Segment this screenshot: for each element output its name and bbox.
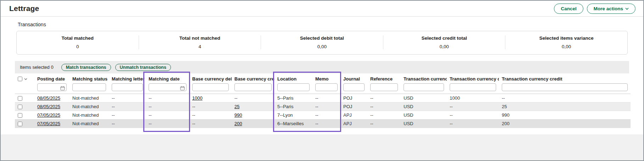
cell-location: 5--Paris (274, 102, 312, 111)
cell-reference: -- (367, 111, 401, 120)
base-debit-link[interactable]: 1000 (192, 95, 202, 101)
filter-base-debit-input[interactable] (192, 83, 229, 91)
col-header-matching-date[interactable]: Matching date (146, 73, 189, 82)
row-select-cell (15, 102, 34, 111)
summary-value: 0 (17, 44, 139, 49)
cell-journal: POJ (340, 102, 367, 111)
cell-memo: -- (312, 120, 340, 128)
filter-journal-input[interactable] (343, 83, 365, 91)
cell-matching-status: Not-matched (70, 111, 109, 120)
cell-matching-letter: -- (109, 94, 146, 102)
summary-selected-items-variance: Selected items variance 0,00 (505, 35, 627, 49)
filter-transaction-debit-input[interactable] (450, 83, 496, 91)
filter-transaction-debit-cell (447, 82, 499, 94)
cell-journal: APJ (340, 120, 367, 128)
select-all-checkbox[interactable] (18, 77, 22, 81)
col-header-reference[interactable]: Reference (367, 73, 401, 82)
row-checkbox[interactable] (18, 105, 22, 109)
col-header-base-currency-credit[interactable]: Base currency credit (232, 73, 274, 82)
cell-transaction-debit: -- (447, 102, 499, 111)
table-header-row: Posting date Matching status Matching le… (15, 73, 631, 82)
filter-matching-status-input[interactable] (72, 83, 106, 91)
cell-posting-date: 08/05/2025 (34, 94, 70, 102)
cell-transaction-currency: USD (401, 111, 447, 120)
posting-date-link[interactable]: 08/05/2025 (37, 95, 60, 101)
cancel-button[interactable]: Cancel (554, 4, 583, 14)
cancel-button-label: Cancel (561, 6, 576, 11)
match-transactions-button[interactable]: Match transactions (61, 64, 111, 71)
col-header-matching-letter[interactable]: Matching letter (109, 73, 146, 82)
summary-selected-debit-total: Selected debit total 0,00 (261, 35, 383, 49)
col-header-journal[interactable]: Journal (340, 73, 367, 82)
col-header-base-currency-debit[interactable]: Base currency debit (189, 73, 232, 82)
col-header-posting-date[interactable]: Posting date (34, 73, 70, 82)
summary-value: 4 (139, 44, 261, 49)
base-credit-link[interactable]: 25 (234, 104, 239, 109)
filter-base-credit-input[interactable] (234, 83, 272, 91)
base-credit-link[interactable]: 200 (234, 121, 242, 126)
row-checkbox[interactable] (18, 96, 22, 101)
unmatch-transactions-button[interactable]: Unmatch transactions (115, 64, 171, 71)
filter-transaction-credit-cell (499, 82, 631, 94)
calendar-icon[interactable] (60, 86, 65, 90)
col-header-memo[interactable]: Memo (312, 73, 340, 82)
cell-base-debit: -- (189, 102, 232, 111)
summary-value: 0,00 (383, 44, 505, 49)
filter-location-input[interactable] (277, 83, 310, 91)
summary-label: Selected items variance (505, 35, 627, 41)
cell-transaction-debit: -- (447, 120, 499, 128)
cell-memo: -- (312, 102, 340, 111)
col-header-transaction-currency-debit[interactable]: Transaction currency debit (447, 73, 499, 82)
posting-date-link[interactable]: 07/05/2025 (37, 112, 60, 118)
posting-date-link[interactable]: 07/05/2025 (37, 121, 60, 126)
filter-matching-letter-input[interactable] (112, 83, 143, 91)
cell-matching-date: -- (146, 120, 189, 128)
col-header-transaction-currency[interactable]: Transaction currency (401, 73, 447, 82)
base-credit-link[interactable]: 990 (234, 112, 242, 118)
cell-posting-date: 07/05/2025 (34, 120, 70, 128)
cell-base-debit: -- (189, 120, 232, 128)
filter-reference-input[interactable] (370, 83, 398, 91)
table-row[interactable]: 08/05/2025 Not-matched -- -- 1000 -- 5--… (15, 94, 631, 102)
summary-value: 0,00 (505, 44, 627, 49)
filter-empty-cell (15, 82, 34, 94)
row-checkbox[interactable] (18, 113, 22, 118)
posting-date-link[interactable]: 08/05/2025 (37, 104, 60, 109)
cell-location: 5--Paris (274, 94, 312, 102)
table-row[interactable]: 07/05/2025 Not-matched -- -- -- 990 7--L… (15, 111, 631, 120)
summary-bar: Total matched 0 Total not matched 4 Sele… (16, 31, 628, 55)
cell-posting-date: 08/05/2025 (34, 102, 70, 111)
summary-total-matched: Total matched 0 (17, 35, 139, 49)
col-header-location[interactable]: Location (274, 73, 312, 82)
cell-transaction-currency: USD (401, 102, 447, 111)
items-selected-count: Items selected 0 (20, 65, 54, 70)
filter-matching-letter-cell (109, 82, 146, 94)
page-title: Lettrage (9, 4, 39, 13)
more-actions-button[interactable]: More actions (587, 4, 635, 14)
row-checkbox[interactable] (18, 122, 22, 126)
summary-selected-credit-total: Selected credit total 0,00 (383, 35, 505, 49)
filter-transaction-currency-input[interactable] (404, 83, 444, 91)
filter-base-credit-cell (232, 82, 274, 94)
selection-menu-chevron-icon[interactable] (24, 78, 27, 80)
cell-location: 6--Marseilles (274, 120, 312, 128)
summary-value: 0,00 (261, 44, 383, 49)
filter-matching-status-cell (70, 82, 109, 94)
calendar-icon[interactable] (180, 86, 185, 90)
filter-memo-input[interactable] (315, 83, 338, 91)
col-header-transaction-currency-credit[interactable]: Transaction currency credit (499, 73, 631, 82)
cell-reference: -- (367, 102, 401, 111)
cell-base-credit: 200 (232, 120, 274, 128)
cell-matching-letter: -- (109, 102, 146, 111)
filter-transaction-credit-input[interactable] (502, 83, 628, 91)
table-row[interactable]: 07/05/2025 Not-matched -- -- -- 200 6--M… (15, 120, 631, 128)
transactions-section-title: Transactions (18, 22, 643, 27)
table-row[interactable]: 08/05/2025 Not-matched -- -- -- 25 5--Pa… (15, 102, 631, 111)
cell-base-credit: 25 (232, 102, 274, 111)
summary-label: Selected credit total (383, 35, 505, 41)
lettrage-screen: Lettrage Cancel More actions Transaction… (0, 0, 644, 161)
chevron-down-icon (625, 7, 629, 10)
col-header-matching-status[interactable]: Matching status (70, 73, 109, 82)
cell-journal: POJ (340, 94, 367, 102)
filter-journal-cell (340, 82, 367, 94)
